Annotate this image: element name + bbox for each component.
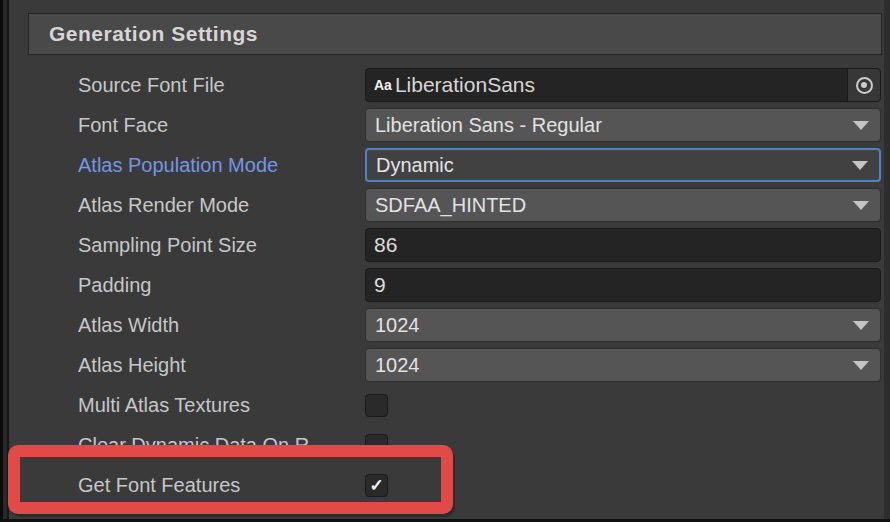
font-face-dropdown[interactable]: Liberation Sans - Regular: [365, 108, 881, 142]
row-padding: Padding: [9, 265, 884, 305]
clear-dynamic-data-label: Clear Dynamic Data On R: [78, 425, 309, 465]
generation-settings-header[interactable]: Generation Settings: [28, 13, 882, 55]
row-atlas-height: Atlas Height 1024: [9, 345, 884, 385]
atlas-population-mode-label: Atlas Population Mode: [78, 145, 278, 185]
sampling-point-size-input[interactable]: [365, 228, 881, 262]
row-atlas-population-mode: Atlas Population Mode Dynamic: [9, 145, 884, 185]
row-atlas-render-mode: Atlas Render Mode SDFAA_HINTED: [9, 185, 884, 225]
atlas-population-mode-dropdown[interactable]: Dynamic: [365, 148, 881, 182]
object-picker-icon: [856, 77, 873, 94]
source-font-file-object-field[interactable]: Aa LiberationSans: [365, 68, 881, 102]
row-get-font-features: Get Font Features ✓: [9, 465, 884, 505]
section-title: Generation Settings: [29, 22, 258, 46]
source-font-file-label: Source Font File: [78, 65, 225, 105]
chevron-down-icon: [853, 121, 869, 130]
atlas-width-dropdown[interactable]: 1024: [365, 308, 881, 342]
chevron-down-icon: [853, 321, 869, 330]
chevron-down-icon: [852, 161, 868, 170]
chevron-down-icon: [853, 361, 869, 370]
row-sampling-point-size: Sampling Point Size: [9, 225, 884, 265]
row-multi-atlas-textures: Multi Atlas Textures ✓: [9, 385, 884, 425]
object-picker-button[interactable]: [847, 69, 880, 101]
row-atlas-width: Atlas Width 1024: [9, 305, 884, 345]
sampling-point-size-label: Sampling Point Size: [78, 225, 257, 265]
font-face-label: Font Face: [78, 105, 168, 145]
clear-dynamic-data-checkbox[interactable]: ✓: [365, 434, 388, 457]
atlas-height-dropdown[interactable]: 1024: [365, 348, 881, 382]
atlas-population-mode-value: Dynamic: [367, 154, 852, 177]
panel-right-border: [884, 0, 890, 522]
get-font-features-checkbox[interactable]: ✓: [365, 474, 388, 497]
atlas-width-label: Atlas Width: [78, 305, 179, 345]
padding-label: Padding: [78, 265, 151, 305]
get-font-features-label: Get Font Features: [78, 465, 240, 505]
font-asset-icon: Aa: [366, 77, 395, 93]
source-font-file-value: LiberationSans: [395, 73, 847, 97]
padding-field-wrap: [365, 268, 881, 302]
font-face-value: Liberation Sans - Regular: [366, 114, 853, 137]
atlas-render-mode-label: Atlas Render Mode: [78, 185, 249, 225]
multi-atlas-textures-checkbox[interactable]: ✓: [365, 394, 388, 417]
atlas-height-value: 1024: [366, 354, 853, 377]
multi-atlas-textures-label: Multi Atlas Textures: [78, 385, 250, 425]
atlas-render-mode-dropdown[interactable]: SDFAA_HINTED: [365, 188, 881, 222]
checkmark-icon: ✓: [369, 477, 383, 494]
sampling-point-size-field-wrap: [365, 228, 881, 262]
row-source-font-file: Source Font File Aa LiberationSans: [9, 65, 884, 105]
padding-input[interactable]: [365, 268, 881, 302]
atlas-width-value: 1024: [366, 314, 853, 337]
row-clear-dynamic-data: Clear Dynamic Data On R ✓: [9, 425, 884, 465]
atlas-height-label: Atlas Height: [78, 345, 186, 385]
chevron-down-icon: [853, 201, 869, 210]
row-font-face: Font Face Liberation Sans - Regular: [9, 105, 884, 145]
settings-rows: Source Font File Aa LiberationSans Font …: [9, 65, 884, 505]
atlas-render-mode-value: SDFAA_HINTED: [366, 194, 853, 217]
